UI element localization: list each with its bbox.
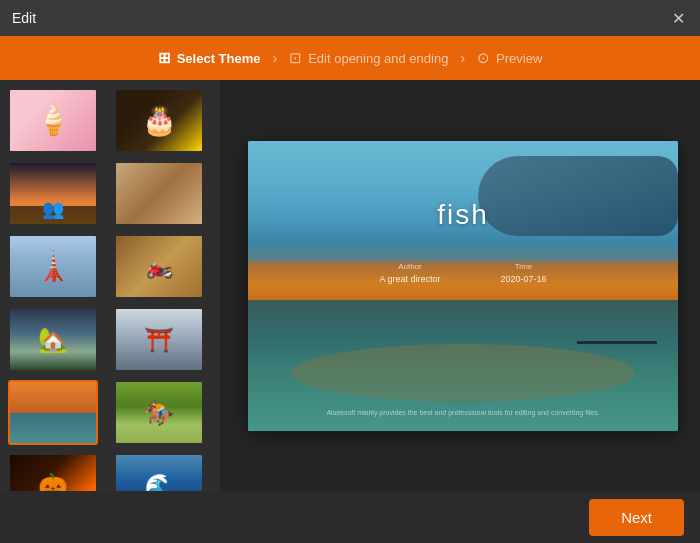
step3-label: Preview	[496, 51, 542, 66]
list-item[interactable]	[8, 380, 98, 445]
time-label: Time	[515, 262, 532, 271]
window-title: Edit	[12, 10, 36, 26]
preview-panel: fish Author A great director Time 2020-0…	[226, 80, 700, 491]
time-group: Time 2020-07-16	[500, 262, 546, 284]
edit-icon: ⊡	[289, 49, 302, 67]
step-2[interactable]: ⊡ Edit opening and ending	[289, 49, 448, 67]
thumb-wave-image: 🌊	[116, 455, 202, 491]
step-1[interactable]: ⊞ Select Theme	[158, 49, 261, 67]
bottom-bar: Next	[0, 491, 700, 543]
list-item[interactable]: 🍦	[8, 88, 98, 153]
thumb-sunset-image: 👥	[10, 163, 96, 224]
thumb-lake-image	[10, 382, 96, 443]
list-item[interactable]: 🗼	[8, 234, 98, 299]
cloud-dark	[478, 156, 678, 236]
author-label: Author	[398, 262, 422, 271]
time-value: 2020-07-16	[500, 274, 546, 284]
main-content: 🍦 🎂 👥 🗼	[0, 80, 700, 491]
theme-icon: ⊞	[158, 49, 171, 67]
pier	[577, 341, 657, 344]
author-group: Author A great director	[379, 262, 440, 284]
list-item[interactable]: 🌊	[114, 453, 204, 491]
list-item[interactable]: 👥	[8, 161, 98, 226]
step-3[interactable]: ⊙ Preview	[477, 49, 542, 67]
author-value: A great director	[379, 274, 440, 284]
step-sep-1: ›	[273, 50, 278, 66]
step-sep-2: ›	[460, 50, 465, 66]
thumbnail-panel[interactable]: 🍦 🎂 👥 🗼	[0, 80, 220, 491]
list-item[interactable]: 🏡	[8, 307, 98, 372]
thumb-pagoda-image: ⛩️	[116, 309, 202, 370]
step-bar: ⊞ Select Theme › ⊡ Edit opening and endi…	[0, 36, 700, 80]
thumb-pink-image: 🍦	[10, 90, 96, 151]
thumb-pumpkin-image: 🎃	[10, 455, 96, 491]
list-item[interactable]: 🎃	[8, 453, 98, 491]
list-item[interactable]	[114, 161, 204, 226]
list-item[interactable]: ⛩️	[114, 307, 204, 372]
list-item[interactable]: 🏍️	[114, 234, 204, 299]
thumb-texture-image	[116, 163, 202, 224]
preview-title: fish	[437, 199, 489, 231]
list-item[interactable]: 🎂	[114, 88, 204, 153]
step2-label: Edit opening and ending	[308, 51, 448, 66]
preview-icon: ⊙	[477, 49, 490, 67]
thumb-horse-image: 🏇	[116, 382, 202, 443]
thumbnail-grid: 🍦 🎂 👥 🗼	[8, 88, 212, 491]
close-button[interactable]: ✕	[668, 8, 688, 28]
thumb-eiffel-image: 🗼	[10, 236, 96, 297]
thumb-house-image: 🏡	[10, 309, 96, 370]
next-button[interactable]: Next	[589, 499, 684, 536]
preview-card: fish Author A great director Time 2020-0…	[248, 141, 678, 431]
preview-meta: Author A great director Time 2020-07-16	[379, 262, 546, 284]
thumb-birthday-image: 🎂	[116, 90, 202, 151]
step1-label: Select Theme	[177, 51, 261, 66]
reflection-shimmer	[291, 344, 635, 402]
list-item[interactable]: 🏇	[114, 380, 204, 445]
thumb-biker-image: 🏍️	[116, 236, 202, 297]
preview-footer: Aiseesoft mainly provides the best and p…	[326, 409, 599, 416]
title-bar: Edit ✕	[0, 0, 700, 36]
